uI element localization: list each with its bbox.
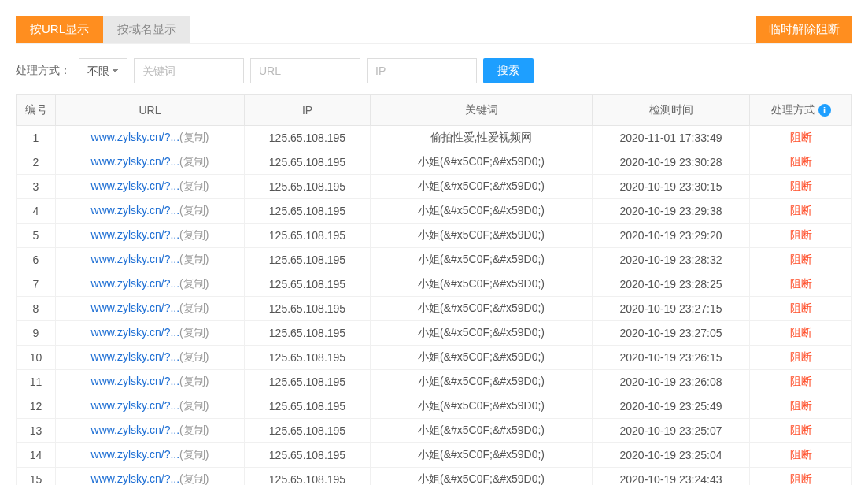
search-button[interactable]: 搜索 [483, 58, 534, 83]
cell-keyword: 小姐(&#x5C0F;&#x59D0;) [371, 370, 593, 394]
block-action[interactable]: 阻断 [790, 424, 812, 436]
cell-url: www.zylsky.cn/?...(复制) [56, 272, 245, 297]
table-row: 9www.zylsky.cn/?...(复制)125.65.108.195小姐(… [17, 321, 852, 346]
cell-no: 14 [17, 443, 56, 468]
cell-ip: 125.65.108.195 [245, 370, 371, 394]
cell-keyword: 小姐(&#x5C0F;&#x59D0;) [371, 346, 593, 370]
cell-action: 阻断 [750, 175, 852, 199]
keyword-input[interactable] [134, 58, 244, 83]
table-row: 2www.zylsky.cn/?...(复制)125.65.108.195小姐(… [17, 150, 852, 175]
cell-ip: 125.65.108.195 [245, 272, 371, 297]
copy-link[interactable]: (复制) [179, 375, 209, 387]
copy-link[interactable]: (复制) [179, 472, 209, 485]
url-link[interactable]: www.zylsky.cn/?... [91, 302, 180, 314]
copy-link[interactable]: (复制) [179, 424, 209, 436]
col-header-keyword: 关键词 [371, 95, 593, 126]
cell-time: 2020-11-01 17:33:49 [593, 126, 750, 150]
table-row: 13www.zylsky.cn/?...(复制)125.65.108.195小姐… [17, 419, 852, 443]
url-link[interactable]: www.zylsky.cn/?... [91, 472, 180, 485]
table-row: 7www.zylsky.cn/?...(复制)125.65.108.195小姐(… [17, 272, 852, 297]
col-header-time: 检测时间 [593, 95, 750, 126]
url-input[interactable] [250, 58, 360, 83]
cell-url: www.zylsky.cn/?...(复制) [56, 224, 245, 248]
cell-url: www.zylsky.cn/?...(复制) [56, 394, 245, 419]
cell-time: 2020-10-19 23:30:15 [593, 175, 750, 199]
url-link[interactable]: www.zylsky.cn/?... [91, 424, 180, 436]
copy-link[interactable]: (复制) [179, 253, 209, 265]
block-action[interactable]: 阻断 [790, 350, 812, 363]
cell-time: 2020-10-19 23:25:07 [593, 419, 750, 443]
copy-link[interactable]: (复制) [179, 399, 209, 412]
copy-link[interactable]: (复制) [179, 131, 209, 143]
copy-link[interactable]: (复制) [179, 228, 209, 241]
cell-url: www.zylsky.cn/?...(复制) [56, 199, 245, 224]
cell-ip: 125.65.108.195 [245, 346, 371, 370]
col-header-url: URL [56, 95, 245, 126]
table-row: 15www.zylsky.cn/?...(复制)125.65.108.195小姐… [17, 468, 852, 486]
method-select[interactable]: 不限 [79, 58, 127, 83]
cell-action: 阻断 [750, 126, 852, 150]
cell-action: 阻断 [750, 150, 852, 175]
table-row: 5www.zylsky.cn/?...(复制)125.65.108.195小姐(… [17, 224, 852, 248]
url-link[interactable]: www.zylsky.cn/?... [91, 375, 180, 387]
block-action[interactable]: 阻断 [790, 277, 812, 290]
url-link[interactable]: www.zylsky.cn/?... [91, 253, 180, 265]
copy-link[interactable]: (复制) [179, 350, 209, 363]
temp-unblock-button[interactable]: 临时解除阻断 [756, 16, 852, 43]
cell-keyword: 小姐(&#x5C0F;&#x59D0;) [371, 272, 593, 297]
tab-bar: 按URL显示 按域名显示 临时解除阻断 [16, 16, 852, 44]
block-action[interactable]: 阻断 [790, 180, 812, 192]
cell-url: www.zylsky.cn/?...(复制) [56, 175, 245, 199]
copy-link[interactable]: (复制) [179, 302, 209, 314]
copy-link[interactable]: (复制) [179, 326, 209, 339]
block-action[interactable]: 阻断 [790, 131, 812, 143]
copy-link[interactable]: (复制) [179, 277, 209, 290]
cell-ip: 125.65.108.195 [245, 321, 371, 346]
block-action[interactable]: 阻断 [790, 228, 812, 241]
cell-time: 2020-10-19 23:26:15 [593, 346, 750, 370]
url-link[interactable]: www.zylsky.cn/?... [91, 277, 180, 290]
tab-domain-view[interactable]: 按域名显示 [103, 16, 190, 43]
cell-ip: 125.65.108.195 [245, 126, 371, 150]
block-action[interactable]: 阻断 [790, 326, 812, 339]
copy-link[interactable]: (复制) [179, 204, 209, 217]
url-link[interactable]: www.zylsky.cn/?... [91, 204, 180, 217]
cell-action: 阻断 [750, 224, 852, 248]
cell-no: 5 [17, 224, 56, 248]
cell-action: 阻断 [750, 394, 852, 419]
copy-link[interactable]: (复制) [179, 448, 209, 461]
ip-input[interactable] [367, 58, 477, 83]
url-link[interactable]: www.zylsky.cn/?... [91, 155, 180, 168]
cell-url: www.zylsky.cn/?...(复制) [56, 321, 245, 346]
url-link[interactable]: www.zylsky.cn/?... [91, 399, 180, 412]
cell-keyword: 小姐(&#x5C0F;&#x59D0;) [371, 443, 593, 468]
cell-action: 阻断 [750, 443, 852, 468]
table-row: 6www.zylsky.cn/?...(复制)125.65.108.195小姐(… [17, 248, 852, 272]
block-action[interactable]: 阻断 [790, 375, 812, 387]
url-link[interactable]: www.zylsky.cn/?... [91, 180, 180, 192]
info-icon[interactable]: i [818, 104, 831, 117]
block-action[interactable]: 阻断 [790, 155, 812, 168]
url-link[interactable]: www.zylsky.cn/?... [91, 448, 180, 461]
url-link[interactable]: www.zylsky.cn/?... [91, 326, 180, 339]
block-action[interactable]: 阻断 [790, 399, 812, 412]
cell-action: 阻断 [750, 272, 852, 297]
cell-no: 1 [17, 126, 56, 150]
block-action[interactable]: 阻断 [790, 302, 812, 314]
block-action[interactable]: 阻断 [790, 253, 812, 265]
tab-url-view[interactable]: 按URL显示 [16, 16, 103, 43]
block-action[interactable]: 阻断 [790, 448, 812, 461]
cell-keyword: 小姐(&#x5C0F;&#x59D0;) [371, 150, 593, 175]
block-action[interactable]: 阻断 [790, 472, 812, 485]
cell-url: www.zylsky.cn/?...(复制) [56, 346, 245, 370]
cell-no: 15 [17, 468, 56, 486]
copy-link[interactable]: (复制) [179, 180, 209, 192]
url-link[interactable]: www.zylsky.cn/?... [91, 350, 180, 363]
cell-url: www.zylsky.cn/?...(复制) [56, 297, 245, 321]
cell-no: 2 [17, 150, 56, 175]
url-link[interactable]: www.zylsky.cn/?... [91, 228, 180, 241]
block-action[interactable]: 阻断 [790, 204, 812, 217]
url-link[interactable]: www.zylsky.cn/?... [91, 131, 180, 143]
cell-time: 2020-10-19 23:25:04 [593, 443, 750, 468]
copy-link[interactable]: (复制) [179, 155, 209, 168]
